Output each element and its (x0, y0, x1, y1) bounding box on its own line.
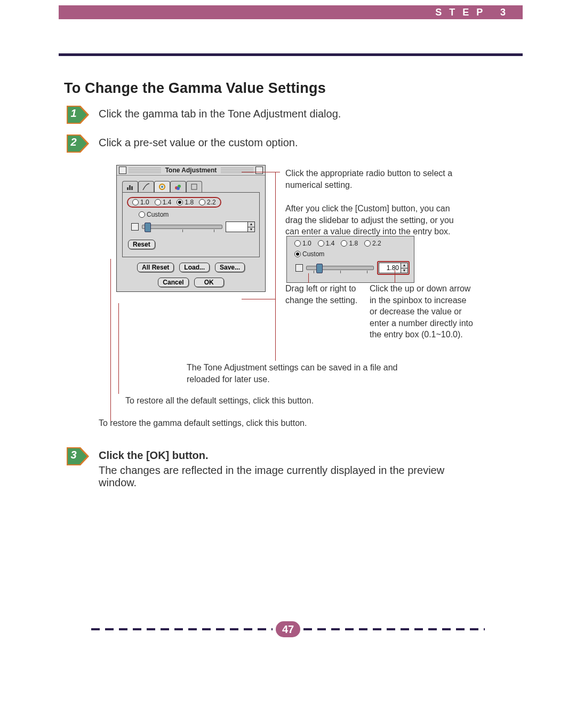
anno-spin-hint: Click the up or down arrow in the spinbo… (370, 283, 476, 341)
gamma-preset-ring: 1.0 1.4 1.8 2.2 (127, 197, 221, 208)
step-number-1: 1 (70, 107, 76, 119)
anno-reset-hint: To restore the gamma default settings, c… (99, 417, 365, 429)
anno-save-hint: The Tone Adjustment settings can be save… (187, 362, 411, 385)
zoom-box-icon[interactable] (255, 167, 263, 174)
gamma-radio-2.2[interactable]: 2.2 (199, 199, 216, 206)
footer: 47 (0, 621, 576, 637)
p2-gamma-slider[interactable] (306, 266, 374, 270)
step-2-text: Click a pre-set value or the custom opti… (99, 137, 298, 149)
tab-curve[interactable] (138, 181, 154, 192)
step-bullet-2: 2 (67, 134, 84, 152)
p2-radio-label: 2.2 (372, 240, 381, 247)
link-toggle-icon[interactable] (131, 223, 139, 231)
anno-all-reset-hint: To restore all the default settings, cli… (125, 395, 392, 407)
gamma-radio-label: 2.2 (207, 199, 216, 206)
p2-radio-2.2[interactable]: 2.2 (364, 240, 381, 247)
svg-point-11 (177, 187, 180, 190)
all-reset-button[interactable]: All Reset (137, 263, 174, 272)
step-number-2: 2 (70, 136, 76, 148)
spin-up-icon[interactable]: ▲ (248, 222, 254, 227)
page-title: To Change the Gamma Value Settings (64, 80, 326, 97)
p2-spin-highlight: ▲▼ (377, 261, 410, 275)
tab-settings[interactable] (186, 181, 202, 192)
step-bullet-3: 3 (67, 447, 84, 464)
tone-tabs (122, 181, 260, 192)
gamma-panel: 1.0 1.4 1.8 2.2 Custom ▲▼ (122, 192, 260, 257)
spin-up-icon[interactable]: ▲ (401, 263, 407, 268)
p2-radio-1.8[interactable]: 1.8 (341, 240, 358, 247)
p2-radio-label: 1.0 (302, 240, 311, 247)
svg-rect-5 (129, 185, 131, 190)
gamma-radio-1.4[interactable]: 1.4 (155, 199, 172, 206)
divider-rule (59, 53, 523, 56)
footer-dashes-left (91, 628, 273, 630)
step-1-text: Click the gamma tab in the Tone Adjustme… (99, 108, 341, 120)
tone-adjustment-dialog: Tone Adjustment 1.0 1.4 1.8 2.2 Custom (116, 165, 266, 292)
dialog-titlebar: Tone Adjustment (117, 165, 265, 176)
p2-gamma-spin-input[interactable] (379, 263, 401, 273)
svg-rect-6 (131, 186, 133, 190)
close-box-icon[interactable] (119, 167, 126, 174)
gamma-radio-label: 1.4 (163, 199, 172, 206)
step-3-heading: Click the [OK] button. (99, 449, 209, 462)
p2-link-toggle-icon[interactable] (295, 264, 303, 272)
tab-gamma[interactable] (154, 181, 170, 192)
page-number: 47 (276, 621, 300, 637)
gamma-radio-label: 1.8 (185, 199, 194, 206)
spin-down-icon[interactable]: ▼ (248, 227, 254, 232)
p2-radio-custom[interactable]: Custom (294, 250, 324, 258)
cancel-button[interactable]: Cancel (158, 278, 188, 287)
p2-custom-label: Custom (302, 250, 324, 258)
gamma-spin-input[interactable] (226, 222, 247, 232)
svg-rect-4 (127, 187, 129, 190)
header-step-label: STEP 3 (59, 5, 523, 19)
save-button[interactable]: Save... (215, 263, 245, 272)
custom-example-panel: 1.0 1.4 1.8 2.2 Custom ▲▼ (286, 236, 414, 283)
tab-histogram[interactable] (122, 181, 138, 192)
tab-balance[interactable] (170, 181, 186, 192)
titlebar-stripes (129, 168, 161, 173)
p2-radio-1.0[interactable]: 1.0 (294, 240, 311, 247)
svg-point-8 (161, 186, 163, 188)
anno-drag-hint: Drag left or right to change the setting… (285, 283, 365, 306)
step-3-body: The changes are reflected in the image c… (99, 464, 483, 489)
dialog-title: Tone Adjustment (163, 167, 219, 174)
step-number-3: 3 (70, 449, 76, 461)
p2-radio-1.4[interactable]: 1.4 (318, 240, 335, 247)
footer-dashes-right (303, 628, 485, 630)
anno-radio-hint: Click the appropriate radio button to se… (285, 168, 461, 191)
spin-down-icon[interactable]: ▼ (401, 268, 407, 273)
ok-button[interactable]: OK (194, 278, 224, 287)
p2-gamma-spinbox[interactable]: ▲▼ (379, 263, 408, 273)
svg-rect-12 (191, 184, 197, 189)
step-bullet-1: 1 (67, 106, 84, 123)
p2-radio-label: 1.4 (326, 240, 335, 247)
p2-radio-label: 1.8 (349, 240, 358, 247)
reset-button[interactable]: Reset (128, 240, 155, 249)
gamma-slider[interactable] (142, 225, 222, 229)
gamma-custom-label: Custom (147, 211, 169, 218)
gamma-spinbox[interactable]: ▲▼ (226, 221, 255, 232)
load-button[interactable]: Load... (179, 263, 210, 272)
gamma-radio-custom[interactable]: Custom (139, 211, 169, 218)
gamma-radio-1.0[interactable]: 1.0 (132, 199, 149, 206)
gamma-radio-1.8[interactable]: 1.8 (177, 199, 194, 206)
anno-custom-hint: After you click the [Custom] button, you… (285, 203, 461, 238)
gamma-radio-label: 1.0 (140, 199, 149, 206)
